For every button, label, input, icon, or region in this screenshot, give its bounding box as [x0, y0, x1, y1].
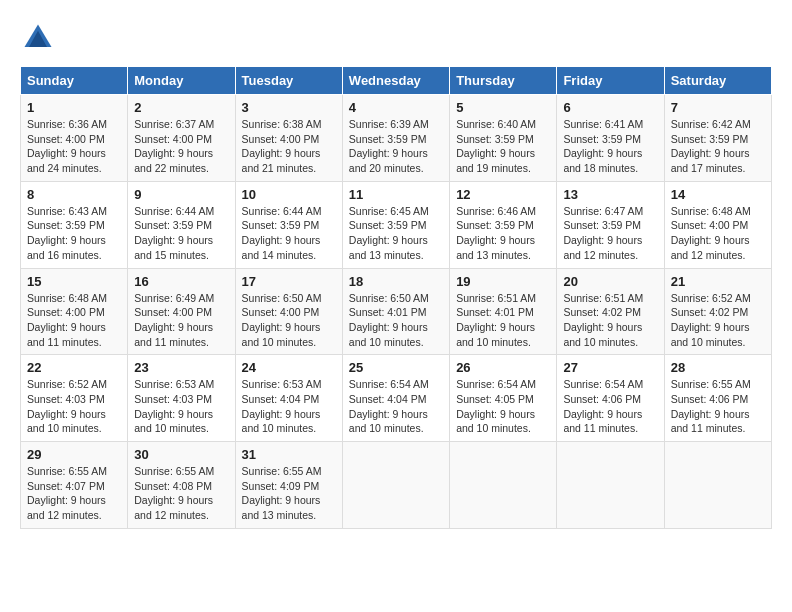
- day-number: 17: [242, 274, 336, 289]
- day-number: 23: [134, 360, 228, 375]
- calendar-cell: 26 Sunrise: 6:54 AM Sunset: 4:05 PM Dayl…: [450, 355, 557, 442]
- day-number: 14: [671, 187, 765, 202]
- calendar-week-row: 1 Sunrise: 6:36 AM Sunset: 4:00 PM Dayli…: [21, 95, 772, 182]
- calendar-week-row: 15 Sunrise: 6:48 AM Sunset: 4:00 PM Dayl…: [21, 268, 772, 355]
- weekday-header-sunday: Sunday: [21, 67, 128, 95]
- calendar-cell: 18 Sunrise: 6:50 AM Sunset: 4:01 PM Dayl…: [342, 268, 449, 355]
- calendar-cell: 25 Sunrise: 6:54 AM Sunset: 4:04 PM Dayl…: [342, 355, 449, 442]
- day-info: Sunrise: 6:50 AM Sunset: 4:00 PM Dayligh…: [242, 291, 336, 350]
- day-number: 4: [349, 100, 443, 115]
- calendar-cell: 11 Sunrise: 6:45 AM Sunset: 3:59 PM Dayl…: [342, 181, 449, 268]
- calendar-cell: 29 Sunrise: 6:55 AM Sunset: 4:07 PM Dayl…: [21, 442, 128, 529]
- day-info: Sunrise: 6:37 AM Sunset: 4:00 PM Dayligh…: [134, 117, 228, 176]
- day-number: 28: [671, 360, 765, 375]
- day-number: 5: [456, 100, 550, 115]
- calendar-cell: 13 Sunrise: 6:47 AM Sunset: 3:59 PM Dayl…: [557, 181, 664, 268]
- day-number: 27: [563, 360, 657, 375]
- calendar-cell: [342, 442, 449, 529]
- calendar-cell: 17 Sunrise: 6:50 AM Sunset: 4:00 PM Dayl…: [235, 268, 342, 355]
- day-number: 8: [27, 187, 121, 202]
- calendar-header-row: SundayMondayTuesdayWednesdayThursdayFrid…: [21, 67, 772, 95]
- day-info: Sunrise: 6:55 AM Sunset: 4:07 PM Dayligh…: [27, 464, 121, 523]
- day-number: 31: [242, 447, 336, 462]
- calendar-cell: 20 Sunrise: 6:51 AM Sunset: 4:02 PM Dayl…: [557, 268, 664, 355]
- day-number: 7: [671, 100, 765, 115]
- day-info: Sunrise: 6:38 AM Sunset: 4:00 PM Dayligh…: [242, 117, 336, 176]
- day-info: Sunrise: 6:44 AM Sunset: 3:59 PM Dayligh…: [134, 204, 228, 263]
- calendar-cell: [557, 442, 664, 529]
- calendar-cell: 19 Sunrise: 6:51 AM Sunset: 4:01 PM Dayl…: [450, 268, 557, 355]
- weekday-header-monday: Monday: [128, 67, 235, 95]
- calendar-cell: 2 Sunrise: 6:37 AM Sunset: 4:00 PM Dayli…: [128, 95, 235, 182]
- calendar-cell: 4 Sunrise: 6:39 AM Sunset: 3:59 PM Dayli…: [342, 95, 449, 182]
- day-number: 12: [456, 187, 550, 202]
- day-info: Sunrise: 6:55 AM Sunset: 4:08 PM Dayligh…: [134, 464, 228, 523]
- day-number: 3: [242, 100, 336, 115]
- day-info: Sunrise: 6:44 AM Sunset: 3:59 PM Dayligh…: [242, 204, 336, 263]
- calendar-cell: 15 Sunrise: 6:48 AM Sunset: 4:00 PM Dayl…: [21, 268, 128, 355]
- calendar-cell: 14 Sunrise: 6:48 AM Sunset: 4:00 PM Dayl…: [664, 181, 771, 268]
- day-info: Sunrise: 6:53 AM Sunset: 4:03 PM Dayligh…: [134, 377, 228, 436]
- day-number: 26: [456, 360, 550, 375]
- day-number: 20: [563, 274, 657, 289]
- day-info: Sunrise: 6:45 AM Sunset: 3:59 PM Dayligh…: [349, 204, 443, 263]
- calendar-table: SundayMondayTuesdayWednesdayThursdayFrid…: [20, 66, 772, 529]
- day-number: 2: [134, 100, 228, 115]
- weekday-header-wednesday: Wednesday: [342, 67, 449, 95]
- calendar-cell: 28 Sunrise: 6:55 AM Sunset: 4:06 PM Dayl…: [664, 355, 771, 442]
- day-number: 6: [563, 100, 657, 115]
- day-info: Sunrise: 6:49 AM Sunset: 4:00 PM Dayligh…: [134, 291, 228, 350]
- calendar-cell: 1 Sunrise: 6:36 AM Sunset: 4:00 PM Dayli…: [21, 95, 128, 182]
- calendar-cell: 12 Sunrise: 6:46 AM Sunset: 3:59 PM Dayl…: [450, 181, 557, 268]
- calendar-week-row: 22 Sunrise: 6:52 AM Sunset: 4:03 PM Dayl…: [21, 355, 772, 442]
- day-number: 10: [242, 187, 336, 202]
- day-info: Sunrise: 6:43 AM Sunset: 3:59 PM Dayligh…: [27, 204, 121, 263]
- calendar-cell: [664, 442, 771, 529]
- calendar-cell: 22 Sunrise: 6:52 AM Sunset: 4:03 PM Dayl…: [21, 355, 128, 442]
- day-info: Sunrise: 6:50 AM Sunset: 4:01 PM Dayligh…: [349, 291, 443, 350]
- day-number: 13: [563, 187, 657, 202]
- day-info: Sunrise: 6:52 AM Sunset: 4:03 PM Dayligh…: [27, 377, 121, 436]
- calendar-cell: 23 Sunrise: 6:53 AM Sunset: 4:03 PM Dayl…: [128, 355, 235, 442]
- calendar-cell: 27 Sunrise: 6:54 AM Sunset: 4:06 PM Dayl…: [557, 355, 664, 442]
- day-info: Sunrise: 6:40 AM Sunset: 3:59 PM Dayligh…: [456, 117, 550, 176]
- day-number: 9: [134, 187, 228, 202]
- day-number: 11: [349, 187, 443, 202]
- day-info: Sunrise: 6:39 AM Sunset: 3:59 PM Dayligh…: [349, 117, 443, 176]
- day-info: Sunrise: 6:48 AM Sunset: 4:00 PM Dayligh…: [671, 204, 765, 263]
- day-info: Sunrise: 6:54 AM Sunset: 4:05 PM Dayligh…: [456, 377, 550, 436]
- calendar-cell: 9 Sunrise: 6:44 AM Sunset: 3:59 PM Dayli…: [128, 181, 235, 268]
- weekday-header-friday: Friday: [557, 67, 664, 95]
- calendar-cell: 21 Sunrise: 6:52 AM Sunset: 4:02 PM Dayl…: [664, 268, 771, 355]
- day-info: Sunrise: 6:42 AM Sunset: 3:59 PM Dayligh…: [671, 117, 765, 176]
- calendar-cell: 7 Sunrise: 6:42 AM Sunset: 3:59 PM Dayli…: [664, 95, 771, 182]
- day-number: 18: [349, 274, 443, 289]
- day-number: 19: [456, 274, 550, 289]
- day-info: Sunrise: 6:36 AM Sunset: 4:00 PM Dayligh…: [27, 117, 121, 176]
- day-number: 1: [27, 100, 121, 115]
- logo-icon: [20, 20, 56, 56]
- day-info: Sunrise: 6:46 AM Sunset: 3:59 PM Dayligh…: [456, 204, 550, 263]
- day-info: Sunrise: 6:54 AM Sunset: 4:06 PM Dayligh…: [563, 377, 657, 436]
- calendar-cell: 10 Sunrise: 6:44 AM Sunset: 3:59 PM Dayl…: [235, 181, 342, 268]
- page-header: [20, 20, 772, 56]
- calendar-cell: 8 Sunrise: 6:43 AM Sunset: 3:59 PM Dayli…: [21, 181, 128, 268]
- day-number: 29: [27, 447, 121, 462]
- calendar-cell: [450, 442, 557, 529]
- calendar-cell: 3 Sunrise: 6:38 AM Sunset: 4:00 PM Dayli…: [235, 95, 342, 182]
- day-info: Sunrise: 6:55 AM Sunset: 4:09 PM Dayligh…: [242, 464, 336, 523]
- calendar-week-row: 29 Sunrise: 6:55 AM Sunset: 4:07 PM Dayl…: [21, 442, 772, 529]
- calendar-cell: 30 Sunrise: 6:55 AM Sunset: 4:08 PM Dayl…: [128, 442, 235, 529]
- day-info: Sunrise: 6:41 AM Sunset: 3:59 PM Dayligh…: [563, 117, 657, 176]
- calendar-cell: 16 Sunrise: 6:49 AM Sunset: 4:00 PM Dayl…: [128, 268, 235, 355]
- day-info: Sunrise: 6:51 AM Sunset: 4:01 PM Dayligh…: [456, 291, 550, 350]
- weekday-header-thursday: Thursday: [450, 67, 557, 95]
- day-info: Sunrise: 6:54 AM Sunset: 4:04 PM Dayligh…: [349, 377, 443, 436]
- weekday-header-saturday: Saturday: [664, 67, 771, 95]
- day-number: 30: [134, 447, 228, 462]
- day-number: 25: [349, 360, 443, 375]
- calendar-week-row: 8 Sunrise: 6:43 AM Sunset: 3:59 PM Dayli…: [21, 181, 772, 268]
- calendar-cell: 31 Sunrise: 6:55 AM Sunset: 4:09 PM Dayl…: [235, 442, 342, 529]
- day-info: Sunrise: 6:53 AM Sunset: 4:04 PM Dayligh…: [242, 377, 336, 436]
- calendar-cell: 5 Sunrise: 6:40 AM Sunset: 3:59 PM Dayli…: [450, 95, 557, 182]
